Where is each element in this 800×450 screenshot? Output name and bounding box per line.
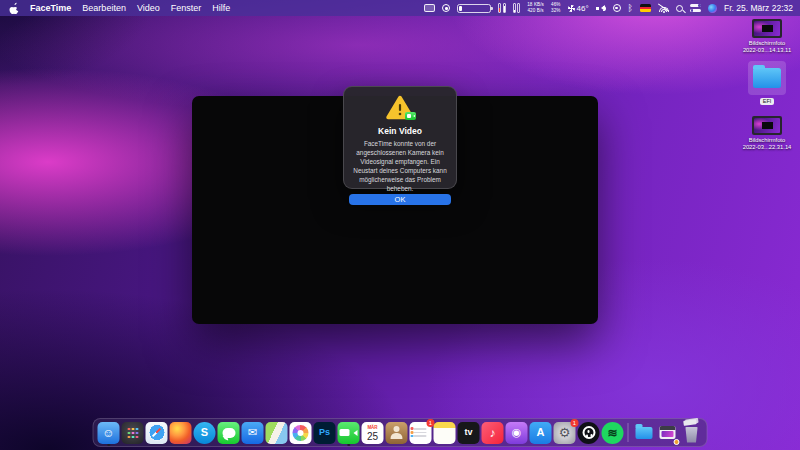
dock-safari[interactable]: [146, 422, 168, 444]
spotlight-icon[interactable]: [676, 5, 683, 12]
screenshot-thumbnail: [754, 118, 780, 133]
siri-icon[interactable]: [708, 4, 717, 13]
running-indicator: [347, 444, 350, 447]
network-stats[interactable]: 18 KB/s420 B/s: [527, 2, 544, 13]
apple-logo-icon[interactable]: [9, 2, 19, 14]
fan-icon: [568, 5, 575, 12]
apple-tv-glyph-icon: tv: [464, 428, 472, 437]
status-circle-icon[interactable]: [442, 4, 450, 12]
dock-calendar[interactable]: MÄR25: [362, 422, 384, 444]
desktop-file-label[interactable]: Bildschirmfoto 2022-03...14.13.11: [743, 40, 791, 54]
dock-trash[interactable]: [681, 422, 703, 444]
desktop-icon-column: Bildschirmfoto 2022-03...14.13.11 EFI Bi…: [736, 16, 798, 151]
dock-contacts[interactable]: [386, 422, 408, 444]
dock-maps[interactable]: [266, 422, 288, 444]
dock-obs[interactable]: [578, 422, 600, 444]
dock-reminders[interactable]: 1: [410, 422, 432, 444]
desktop-file-screenshot2[interactable]: [752, 116, 782, 135]
battery-bar[interactable]: [457, 4, 491, 13]
trash-bin-icon: [685, 427, 699, 443]
volume-icon[interactable]: [596, 4, 606, 13]
fan-temperature[interactable]: 46°: [568, 4, 589, 13]
dock-facetime[interactable]: [338, 422, 360, 444]
obs-shutter-icon: [582, 426, 595, 439]
dock-separator: [628, 423, 629, 442]
menu-bar: FaceTime Bearbeiten Video Fenster Hilfe …: [0, 0, 800, 16]
dock-firefox[interactable]: [170, 422, 192, 444]
dock-photos[interactable]: [290, 422, 312, 444]
desktop-folder-selected[interactable]: [748, 61, 786, 95]
dock-downloads-folder[interactable]: [633, 422, 655, 444]
menubar-clock[interactable]: Fr. 25. März 22:32: [724, 3, 793, 13]
warning-icon: [385, 95, 415, 121]
temperature-label: 46°: [577, 4, 589, 13]
no-video-dialog: Kein Video FaceTime konnte von der anges…: [343, 86, 457, 189]
record-icon[interactable]: [613, 4, 621, 12]
screenshot-thumbnail: [754, 21, 780, 36]
dock-mail[interactable]: ✉: [242, 422, 264, 444]
dock-recent-screenshot[interactable]: [657, 422, 679, 444]
desktop-folder-label[interactable]: EFI: [760, 98, 775, 105]
dock-app-store[interactable]: A: [530, 422, 552, 444]
dock: ☺S✉PsMÄR251tv♪◉A⚙1≋: [93, 418, 708, 447]
desktop-file-screenshot1[interactable]: [752, 19, 782, 38]
dock-skype[interactable]: S: [194, 422, 216, 444]
menu-fenster[interactable]: Fenster: [171, 3, 202, 13]
dock-apple-tv[interactable]: tv: [458, 422, 480, 444]
facetime-camera-badge-icon: [405, 112, 416, 120]
running-indicator: [107, 444, 110, 447]
photoshop-glyph-icon: Ps: [319, 428, 330, 437]
dock-photoshop[interactable]: Ps: [314, 422, 336, 444]
pinwheel-icon: [293, 425, 309, 441]
menu-app-name[interactable]: FaceTime: [30, 3, 71, 13]
wifi-off-icon[interactable]: [658, 4, 669, 13]
launchpad-grid-icon: [127, 427, 139, 439]
memory-meter[interactable]: [513, 3, 521, 13]
document-preview-icon: [660, 426, 676, 439]
menu-bearbeiten[interactable]: Bearbeiten: [82, 3, 126, 13]
folder-icon: [635, 427, 652, 439]
dock-notes[interactable]: [434, 422, 456, 444]
calendar-month: MÄR: [367, 426, 377, 431]
dock-music[interactable]: ♪: [482, 422, 504, 444]
compass-icon: [148, 424, 165, 441]
music-glyph-icon: ♪: [490, 427, 496, 439]
folder-icon: [753, 68, 781, 88]
video-camera-icon: [340, 429, 350, 437]
control-center-icon[interactable]: [690, 4, 701, 13]
menu-bar-left: FaceTime Bearbeiten Video Fenster Hilfe: [0, 0, 230, 16]
chat-bubble-icon: [222, 428, 235, 438]
dock-messages[interactable]: [218, 422, 240, 444]
dock-system-preferences[interactable]: ⚙1: [554, 422, 576, 444]
calendar-day: 25: [367, 432, 378, 442]
menu-hilfe[interactable]: Hilfe: [212, 3, 230, 13]
keyboard-flag-de-icon[interactable]: [640, 4, 651, 12]
mail-glyph-icon: ✉: [248, 427, 257, 438]
skype-glyph-icon: S: [201, 427, 208, 438]
menu-bar-status: 18 KB/s420 B/s 46%32% 46° ᛒ Fr. 25. März…: [424, 0, 800, 16]
reminder-row: [414, 428, 427, 430]
menu-video[interactable]: Video: [137, 3, 160, 13]
dock-launchpad[interactable]: [122, 422, 144, 444]
cpu-meter[interactable]: [498, 3, 506, 13]
display-icon[interactable]: [424, 4, 435, 12]
dialog-body: FaceTime konnte von der angeschlossenen …: [349, 140, 451, 194]
bluetooth-icon[interactable]: ᛒ: [628, 4, 633, 13]
app-store-glyph-icon: A: [537, 427, 545, 438]
dock-spotify[interactable]: ≋: [602, 422, 624, 444]
dialog-title: Kein Video: [378, 126, 422, 136]
notification-badge: 1: [570, 419, 579, 428]
dock-finder[interactable]: ☺: [98, 422, 120, 444]
dock-podcasts[interactable]: ◉: [506, 422, 528, 444]
podcasts-glyph-icon: ◉: [512, 427, 522, 438]
sensor-stats[interactable]: 46%32%: [551, 2, 561, 13]
ok-button[interactable]: OK: [349, 194, 451, 205]
system-preferences-glyph-icon: ⚙: [559, 426, 571, 439]
desktop-file-label[interactable]: Bildschirmfoto 2022-03...22.31.14: [743, 137, 792, 151]
trash-paper: [683, 419, 697, 426]
finder-glyph-icon: ☺: [102, 427, 114, 439]
status-dot-badge: [674, 439, 680, 445]
person-icon: [394, 426, 400, 432]
desktop: FaceTime Bearbeiten Video Fenster Hilfe …: [0, 0, 800, 450]
spotify-glyph-icon: ≋: [607, 427, 617, 439]
